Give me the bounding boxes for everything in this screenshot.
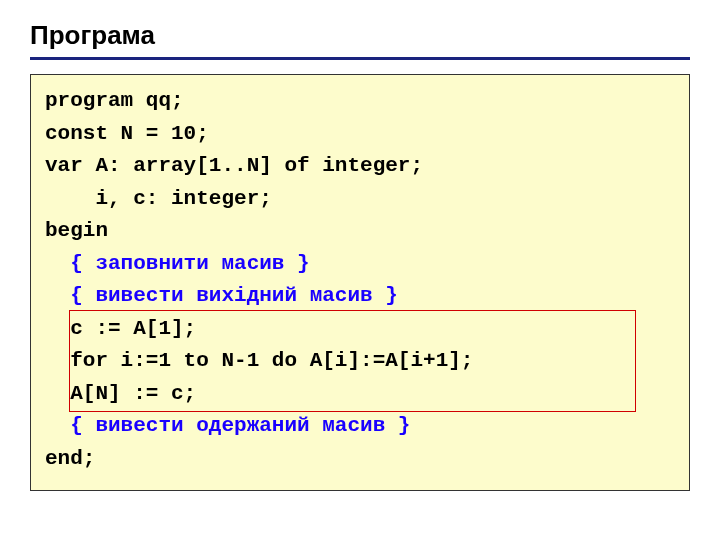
code-line: A[N] := c; (45, 378, 675, 411)
code-line: c := A[1]; (45, 313, 675, 346)
code-line: program qq; (45, 85, 675, 118)
code-line: var A: array[1..N] of integer; (45, 150, 675, 183)
code-line: end; (45, 443, 675, 476)
code-line: const N = 10; (45, 118, 675, 151)
code-line: for i:=1 to N-1 do A[i]:=A[i+1]; (45, 345, 675, 378)
code-line: i, c: integer; (45, 183, 675, 216)
slide: Програма program qq; const N = 10; var A… (0, 0, 720, 491)
code-line: begin (45, 215, 675, 248)
title-rule (30, 57, 690, 60)
slide-title: Програма (30, 20, 690, 51)
code-comment: { вивести одержаний масив } (45, 410, 675, 443)
code-box: program qq; const N = 10; var A: array[1… (30, 74, 690, 491)
code-comment: { вивести вихідний масив } (45, 280, 675, 313)
code-comment: { заповнити масив } (45, 248, 675, 281)
